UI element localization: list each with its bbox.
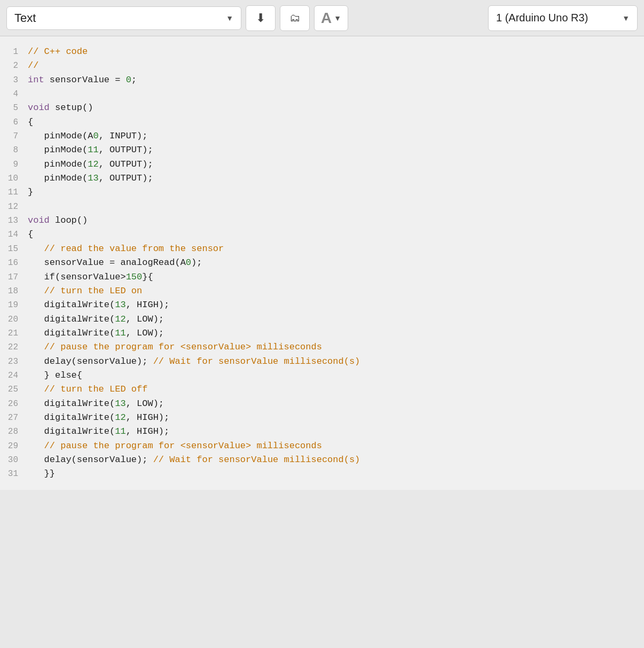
- editor-line: 20 digitalWrite(12, LOW);: [0, 313, 644, 326]
- line-number: 4: [0, 88, 28, 101]
- line-content: void setup(): [28, 101, 638, 115]
- code-token-num: 0: [93, 131, 98, 141]
- code-token-plain: }{: [142, 272, 153, 282]
- code-token-plain: , HIGH);: [126, 426, 170, 436]
- line-content: // pause the program for <sensorValue> m…: [28, 340, 638, 354]
- code-token-plain: pinMode(A: [28, 131, 93, 141]
- editor-line: 6{: [0, 115, 644, 129]
- code-token-plain: if(sensorValue>: [28, 272, 126, 282]
- line-number: 27: [0, 411, 28, 425]
- editor-line: 24 } else{: [0, 369, 644, 382]
- line-content: pinMode(A0, INPUT);: [28, 129, 638, 143]
- text-type-dropdown[interactable]: Text ▼: [6, 6, 241, 30]
- editor-line: 13void loop(): [0, 214, 644, 228]
- code-token-cmt: // C++ code: [28, 46, 88, 57]
- editor-line: 23 delay(sensorValue); // Wait for senso…: [0, 355, 644, 369]
- code-token-num: 11: [88, 145, 98, 155]
- editor-line: 7 pinMode(A0, INPUT);: [0, 129, 644, 143]
- line-number: 1: [0, 45, 28, 59]
- code-token-plain: loop(): [50, 215, 88, 225]
- code-token-plain: pinMode(: [28, 145, 88, 155]
- editor-line: 11}: [0, 185, 644, 199]
- code-token-plain: digitalWrite(: [28, 300, 115, 310]
- code-token-num: 13: [88, 173, 98, 183]
- code-token-cmt: // turn the LED on: [28, 286, 142, 296]
- line-number: 14: [0, 228, 28, 241]
- download-icon: ⬇: [256, 11, 265, 25]
- code-token-plain: {: [28, 117, 33, 127]
- line-number: 25: [0, 383, 28, 396]
- code-token-kw: void: [28, 103, 50, 113]
- line-number: 24: [0, 369, 28, 382]
- line-content: delay(sensorValue); // Wait for sensorVa…: [28, 355, 638, 369]
- editor-line: 21 digitalWrite(11, LOW);: [0, 326, 644, 340]
- code-token-plain: digitalWrite(: [28, 328, 115, 338]
- code-token-plain: } else{: [28, 370, 82, 380]
- code-token-plain: sensorValue =: [44, 75, 126, 85]
- code-token-num: 12: [115, 412, 125, 423]
- font-size-button[interactable]: A ▼: [314, 5, 348, 31]
- line-content: digitalWrite(11, LOW);: [28, 326, 638, 340]
- line-number: 6: [0, 116, 28, 129]
- line-number: 15: [0, 243, 28, 256]
- line-content: digitalWrite(12, HIGH);: [28, 411, 638, 425]
- editor-line: 14{: [0, 228, 644, 241]
- editor-line: 19 digitalWrite(13, HIGH);: [0, 298, 644, 312]
- line-content: delay(sensorValue); // Wait for sensorVa…: [28, 453, 638, 467]
- line-content: } else{: [28, 369, 638, 382]
- editor-line: 25 // turn the LED off: [0, 382, 644, 396]
- code-token-num: 13: [115, 399, 125, 409]
- line-content: // read the value from the sensor: [28, 242, 638, 256]
- line-number: 21: [0, 327, 28, 340]
- line-number: 3: [0, 74, 28, 87]
- code-token-num: 150: [126, 272, 143, 282]
- line-content: {: [28, 115, 638, 129]
- line-number: 16: [0, 256, 28, 270]
- text-type-chevron-icon: ▼: [226, 14, 233, 22]
- code-token-plain: {: [28, 229, 33, 239]
- line-number: 31: [0, 467, 28, 481]
- line-number: 30: [0, 454, 28, 467]
- editor-line: 29 // pause the program for <sensorValue…: [0, 439, 644, 453]
- code-token-plain: ;: [131, 75, 137, 85]
- code-token-cmt: // pause the program for <sensorValue> m…: [28, 441, 322, 451]
- upload-button[interactable]: 🗂: [280, 5, 310, 31]
- code-token-num: 13: [115, 300, 125, 310]
- editor-line: 10 pinMode(13, OUTPUT);: [0, 171, 644, 185]
- line-number: 11: [0, 186, 28, 199]
- code-token-plain: digitalWrite(: [28, 314, 115, 324]
- editor-line: 31 }}: [0, 467, 644, 481]
- line-number: 28: [0, 425, 28, 439]
- code-token-kw: void: [28, 215, 50, 225]
- line-number: 12: [0, 200, 28, 214]
- line-content: digitalWrite(13, HIGH);: [28, 298, 638, 312]
- editor-line: 4: [0, 87, 644, 101]
- upload-icon: 🗂: [289, 12, 300, 24]
- line-number: 13: [0, 214, 28, 228]
- code-token-plain: digitalWrite(: [28, 412, 115, 423]
- code-token-plain: pinMode(: [28, 173, 88, 183]
- code-editor[interactable]: 1// C++ code2//3int sensorValue = 0;4 5v…: [0, 36, 644, 490]
- editor-line: 1// C++ code: [0, 45, 644, 59]
- board-dropdown[interactable]: 1 (Arduino Uno R3) ▼: [488, 5, 638, 31]
- code-token-plain: }}: [28, 469, 55, 479]
- line-content: {: [28, 228, 638, 241]
- code-token-cmt: // pause the program for <sensorValue> m…: [28, 342, 322, 352]
- line-number: 17: [0, 271, 28, 284]
- editor-line: 17 if(sensorValue>150}{: [0, 270, 644, 284]
- line-content: // pause the program for <sensorValue> m…: [28, 439, 638, 453]
- code-token-plain: digitalWrite(: [28, 426, 115, 436]
- code-token-plain: sensorValue = analogRead(A: [28, 257, 186, 268]
- line-number: 20: [0, 313, 28, 326]
- line-content: digitalWrite(11, HIGH);: [28, 425, 638, 439]
- line-number: 26: [0, 397, 28, 411]
- line-content: int sensorValue = 0;: [28, 73, 638, 87]
- line-number: 9: [0, 158, 28, 171]
- editor-line: 30 delay(sensorValue); // Wait for senso…: [0, 453, 644, 467]
- toolbar: Text ▼ ⬇ 🗂 A ▼ 1 (Arduino Uno R3) ▼: [0, 0, 644, 36]
- line-content: void loop(): [28, 214, 638, 228]
- line-content: }: [28, 185, 638, 199]
- line-number: 5: [0, 102, 28, 115]
- editor-line: 27 digitalWrite(12, HIGH);: [0, 411, 644, 425]
- download-button[interactable]: ⬇: [246, 5, 276, 31]
